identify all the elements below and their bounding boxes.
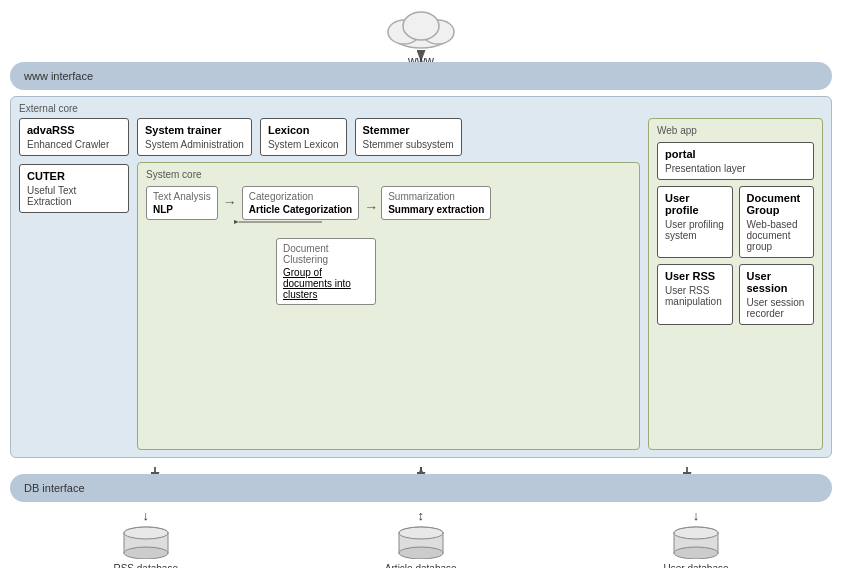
text-analysis-title: Text Analysis (153, 191, 211, 202)
user-db-arrow: ↓ (693, 508, 700, 523)
svg-point-10 (403, 12, 439, 40)
rss-db-label: RSS database (113, 563, 178, 568)
back-arrow-svg (234, 218, 414, 232)
cuter-title: CUTER (27, 170, 121, 182)
main-area: External core advaRSS Enhanced Crawler C… (10, 96, 832, 458)
doc-clustering-box: Document Clustering Group of documents i… (276, 238, 376, 305)
user-rss-title: User RSS (665, 270, 725, 282)
article-db-cylinder (396, 525, 446, 559)
cloud-icon (376, 4, 466, 52)
svg-point-23 (674, 547, 718, 559)
portal-title: portal (665, 148, 806, 160)
rss-db-arrow: ↓ (142, 508, 149, 523)
rss-db-cylinder (121, 525, 171, 559)
system-trainer-title: System trainer (145, 124, 244, 136)
stemmer-subtitle: Stemmer subsystem (363, 139, 454, 150)
rss-db-item: ↓ RSS database (113, 508, 178, 568)
portal-box: portal Presentation layer (657, 142, 814, 180)
article-db-item: ↕ Article database (385, 508, 457, 568)
svg-point-16 (124, 527, 168, 539)
web-app-label: Web app (657, 125, 814, 136)
user-db-label: User database (663, 563, 728, 568)
system-core-area: System core Text Analysis NLP → Categori… (137, 162, 640, 450)
arrow-ta-cat: → (223, 186, 237, 210)
document-group-box: Document Group Web-based document group (739, 186, 815, 258)
db-area: ↓ RSS database ↕ Article database ↓ (10, 504, 832, 564)
arrow-cat-sum: → (364, 191, 378, 215)
svg-point-15 (124, 547, 168, 559)
system-trainer-subtitle: System Administration (145, 139, 244, 150)
portal-subtitle: Presentation layer (665, 163, 806, 174)
cuter-subtitle: Useful Text Extraction (27, 185, 121, 207)
document-group-subtitle: Web-based document group (747, 219, 807, 252)
diagram-container: www www interface External core advaRSS … (0, 0, 842, 568)
user-session-subtitle: User session recorder (747, 297, 807, 319)
lexicon-subtitle: System Lexicon (268, 139, 339, 150)
left-col: advaRSS Enhanced Crawler CUTER Useful Te… (19, 118, 129, 450)
stemmer-box: Stemmer Stemmer subsystem (355, 118, 462, 156)
doc-clustering-title: Document Clustering (283, 243, 369, 265)
db-interface-label: DB interface (24, 482, 85, 494)
right-col: Web app portal Presentation layer User p… (648, 118, 823, 450)
top-boxes: System trainer System Administration Lex… (137, 118, 640, 156)
web-app-area: Web app portal Presentation layer User p… (648, 118, 823, 450)
main-inner: advaRSS Enhanced Crawler CUTER Useful Te… (19, 118, 823, 450)
doc-clustering-subtitle: Group of documents into clusters (283, 267, 369, 300)
article-db-label: Article database (385, 563, 457, 568)
web-app-grid: User profile User profiling system Docum… (657, 186, 814, 325)
user-profile-title: User profile (665, 192, 725, 216)
summarization-title: Summarization (388, 191, 484, 202)
system-core-label: System core (146, 169, 631, 180)
user-db-cylinder (671, 525, 721, 559)
categorization-subtitle: Article Categorization (249, 204, 352, 215)
article-db-arrow: ↕ (417, 508, 424, 523)
user-session-box: User session User session recorder (739, 264, 815, 325)
advarss-title: advaRSS (27, 124, 121, 136)
db-interface-bar: DB interface (10, 474, 832, 502)
user-profile-box: User profile User profiling system (657, 186, 733, 258)
user-session-title: User session (747, 270, 807, 294)
center-col: System trainer System Administration Lex… (137, 118, 640, 450)
user-rss-box: User RSS User RSS manipulation (657, 264, 733, 325)
categorization-box: Categorization Article Categorization (242, 186, 359, 220)
summarization-subtitle: Summary extraction (388, 204, 484, 215)
external-core-label: External core (19, 103, 823, 114)
text-analysis-box: Text Analysis NLP (146, 186, 218, 220)
categorization-title: Categorization (249, 191, 352, 202)
svg-point-20 (399, 527, 443, 539)
advarss-subtitle: Enhanced Crawler (27, 139, 121, 150)
user-db-item: ↓ User database (663, 508, 728, 568)
lexicon-box: Lexicon System Lexicon (260, 118, 347, 156)
summarization-box: Summarization Summary extraction (381, 186, 491, 220)
svg-point-19 (399, 547, 443, 559)
lexicon-title: Lexicon (268, 124, 339, 136)
www-interface-label: www interface (24, 70, 93, 82)
svg-point-24 (674, 527, 718, 539)
user-profile-subtitle: User profiling system (665, 219, 725, 241)
www-interface-bar: www interface (10, 62, 832, 90)
stemmer-title: Stemmer (363, 124, 454, 136)
advarss-box: advaRSS Enhanced Crawler (19, 118, 129, 156)
user-rss-subtitle: User RSS manipulation (665, 285, 725, 307)
document-group-title: Document Group (747, 192, 807, 216)
system-trainer-box: System trainer System Administration (137, 118, 252, 156)
cuter-box: CUTER Useful Text Extraction (19, 164, 129, 213)
text-analysis-subtitle: NLP (153, 204, 211, 215)
cloud-area: www (376, 4, 466, 68)
